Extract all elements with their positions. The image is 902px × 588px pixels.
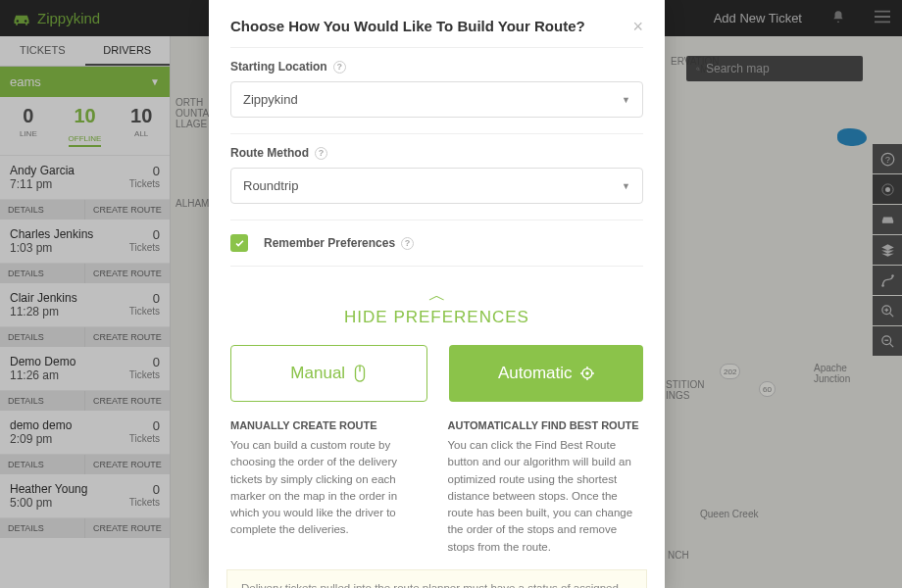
modal-title: Choose How You Would Like To Build Your … [230, 18, 585, 34]
manual-desc-text: You can build a custom route by choosing… [230, 437, 426, 539]
automatic-button[interactable]: Automatic [449, 345, 644, 402]
route-method-select[interactable]: Roundtrip ▼ [230, 168, 643, 204]
route-builder-modal: Choose How You Would Like To Build Your … [209, 0, 665, 588]
starting-location-select[interactable]: Zippykind ▼ [230, 81, 643, 118]
chevron-down-icon: ▼ [622, 181, 630, 191]
auto-desc-text: You can click the Find Best Route button… [448, 437, 644, 556]
svg-point-20 [585, 371, 589, 375]
auto-desc-title: AUTOMATICALLY FIND BEST ROUTE [448, 419, 644, 431]
remember-preferences-label: Remember Preferences ? [264, 236, 414, 250]
remember-preferences-checkbox[interactable] [230, 234, 248, 252]
chevron-down-icon: ▼ [622, 95, 630, 105]
check-icon [234, 238, 245, 249]
starting-location-label: Starting Location ? [230, 60, 643, 74]
manual-desc-title: MANUALLY CREATE ROUTE [230, 419, 426, 431]
route-method-label: Route Method ? [230, 146, 643, 160]
mouse-icon [353, 365, 367, 382]
status-note: Delivery tickets pulled into the route p… [226, 569, 647, 588]
close-icon[interactable]: × [632, 18, 643, 35]
help-icon[interactable]: ? [401, 237, 414, 250]
help-icon[interactable]: ? [333, 61, 346, 74]
chevron-up-icon: ︿ [230, 286, 643, 304]
target-icon [580, 365, 594, 382]
hide-preferences-toggle[interactable]: ︿ HIDE PREFERENCES [230, 286, 643, 327]
manual-button[interactable]: Manual [230, 345, 427, 402]
help-icon[interactable]: ? [315, 147, 327, 160]
